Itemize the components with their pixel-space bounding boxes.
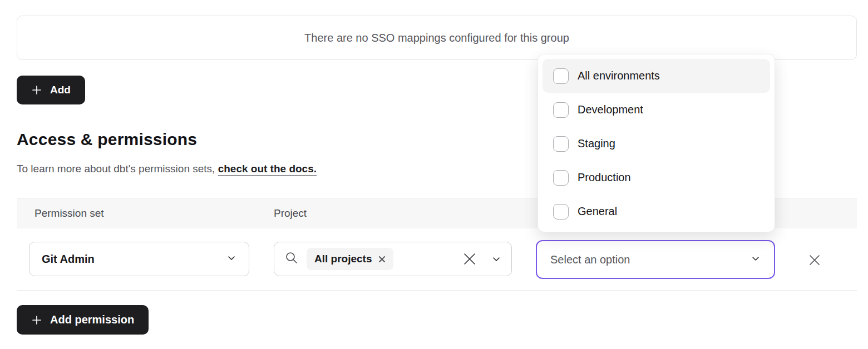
permission-row: Git Admin All projects — [17, 228, 857, 291]
environment-select[interactable]: Select an option — [536, 240, 775, 279]
permission-set-select[interactable]: Git Admin — [29, 242, 249, 276]
checkbox[interactable] — [553, 170, 569, 186]
plus-icon — [31, 315, 42, 326]
checkbox[interactable] — [553, 68, 569, 84]
page-title: Access & permissions — [17, 130, 197, 149]
column-header-permission-set: Permission set — [34, 207, 104, 220]
dropdown-option-all-environments[interactable]: All environments — [542, 59, 770, 93]
remove-tag-icon[interactable] — [378, 256, 386, 263]
project-tag: All projects — [307, 248, 393, 270]
project-multiselect[interactable]: All projects — [274, 242, 512, 276]
page: There are no SSO mappings configured for… — [0, 0, 868, 349]
checkbox[interactable] — [553, 204, 569, 220]
option-label: Production — [578, 171, 631, 184]
column-header-project: Project — [274, 207, 307, 220]
plus-icon — [31, 84, 42, 96]
add-button-label: Add — [50, 84, 71, 96]
add-permission-label: Add permission — [50, 313, 134, 326]
option-label: General — [578, 205, 617, 218]
search-icon — [284, 251, 299, 267]
chevron-down-icon[interactable] — [491, 254, 501, 264]
environment-placeholder: Select an option — [550, 253, 630, 266]
dropdown-option-production[interactable]: Production — [542, 161, 770, 195]
project-tag-label: All projects — [314, 253, 372, 265]
dropdown-option-development[interactable]: Development — [542, 93, 770, 127]
option-label: All environments — [578, 69, 660, 82]
docs-link[interactable]: check out the docs. — [218, 163, 317, 174]
add-permission-button[interactable]: Add permission — [17, 305, 149, 335]
checkbox[interactable] — [553, 136, 569, 152]
sso-mappings-empty-box: There are no SSO mappings configured for… — [17, 16, 857, 60]
dropdown-option-general[interactable]: General — [542, 195, 770, 228]
option-label: Development — [578, 103, 643, 116]
close-icon — [808, 253, 821, 268]
chevron-down-icon — [226, 253, 236, 265]
permission-set-value: Git Admin — [42, 253, 95, 266]
dropdown-option-staging[interactable]: Staging — [542, 127, 770, 161]
sso-empty-message: There are no SSO mappings configured for… — [304, 32, 569, 44]
remove-row-button[interactable] — [801, 247, 828, 274]
chevron-down-icon — [751, 253, 761, 266]
clear-selection-icon[interactable] — [462, 252, 477, 266]
option-label: Staging — [578, 137, 615, 150]
add-sso-mapping-button[interactable]: Add — [17, 76, 85, 104]
environment-dropdown-menu: All environments Development Staging Pro… — [537, 54, 775, 232]
section-description: To learn more about dbt's permission set… — [17, 163, 317, 175]
checkbox[interactable] — [553, 102, 569, 118]
description-text: To learn more about dbt's permission set… — [17, 163, 215, 174]
